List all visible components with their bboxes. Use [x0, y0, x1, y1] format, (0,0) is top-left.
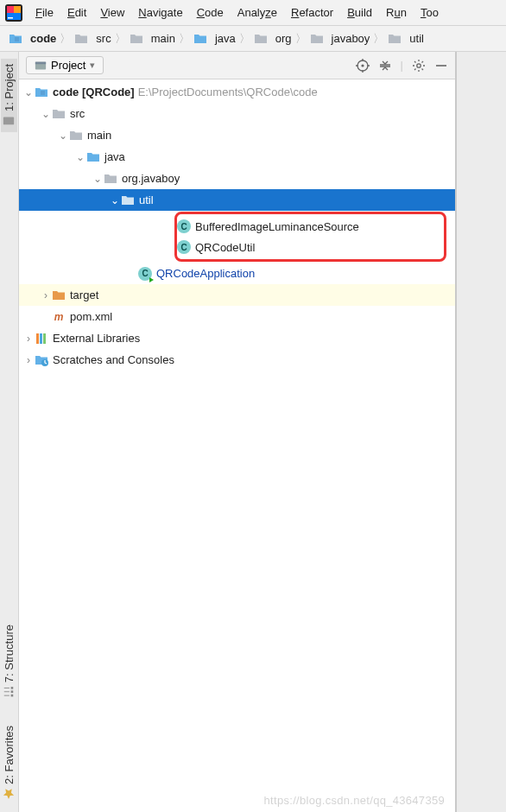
svg-rect-6: [3, 117, 14, 125]
svg-point-16: [361, 64, 364, 67]
chevron-right-icon: 〉: [295, 31, 307, 47]
highlight-annotation: C BufferedImageLuminanceSource C QRCodeU…: [174, 212, 446, 262]
body-area: 1: Project 7: Structure 2: Favorites Pro…: [0, 52, 506, 812]
panel-actions: |: [356, 59, 448, 73]
star-icon: [3, 788, 16, 800]
menu-code[interactable]: Code: [191, 3, 230, 22]
excluded-folder-icon: [52, 289, 66, 302]
chevron-down-icon[interactable]: ⌄: [57, 130, 69, 142]
svg-rect-21: [40, 333, 42, 344]
svg-rect-1: [7, 6, 14, 13]
svg-rect-22: [43, 333, 46, 344]
chevron-down-icon[interactable]: ⌄: [22, 86, 35, 98]
module-icon: [35, 86, 48, 99]
tree-node-target[interactable]: › target: [19, 284, 455, 306]
class-icon: C: [177, 240, 191, 254]
tree-node-src[interactable]: ⌄ src: [19, 103, 455, 124]
menu-edit[interactable]: Edit: [61, 3, 92, 22]
breadcrumb-segment[interactable]: code: [9, 32, 56, 46]
menu-run[interactable]: Run: [380, 3, 413, 22]
svg-rect-11: [4, 691, 9, 692]
tree-node-external-libs[interactable]: › External Libraries: [19, 327, 455, 349]
minimize-icon[interactable]: [434, 59, 448, 73]
folder-icon: [52, 107, 66, 121]
project-view-icon: [35, 60, 47, 72]
chevron-right-icon: 〉: [60, 31, 71, 47]
svg-rect-10: [4, 695, 9, 696]
tree-node-java[interactable]: ⌄ java: [19, 146, 455, 168]
svg-rect-12: [4, 688, 9, 688]
project-panel: Project ▾ | ⌄ code [QRCode] E:\ProjectDo…: [19, 52, 456, 812]
svg-rect-2: [14, 6, 21, 13]
chevron-right-icon: 〉: [373, 31, 384, 47]
svg-rect-5: [15, 37, 19, 41]
menu-navigate[interactable]: Navigate: [132, 3, 188, 22]
project-icon: [3, 115, 16, 127]
breadcrumb-segment[interactable]: java: [193, 32, 236, 46]
svg-rect-4: [8, 17, 13, 19]
source-root-icon: [86, 150, 100, 164]
package-icon: [121, 193, 135, 207]
package-icon: [388, 32, 402, 46]
watermark: https://blog.csdn.net/qq_43647359: [264, 794, 445, 807]
libraries-icon: [35, 332, 48, 346]
class-runnable-icon: C: [138, 267, 152, 281]
svg-rect-8: [11, 690, 14, 693]
chevron-down-icon[interactable]: ⌄: [92, 173, 104, 185]
menu-refactor[interactable]: Refactor: [285, 3, 339, 22]
svg-rect-3: [7, 13, 21, 20]
tool-tab-structure[interactable]: 7: Structure: [1, 619, 17, 703]
package-icon: [254, 32, 268, 46]
menu-file[interactable]: File: [29, 3, 60, 22]
svg-point-17: [417, 63, 421, 67]
chevron-down-icon[interactable]: ⌄: [109, 194, 121, 206]
root-path: E:\ProjectDocuments\QRCode\code: [138, 86, 318, 98]
tree-node-pom[interactable]: m pom.xml: [19, 306, 455, 327]
chevron-right-icon[interactable]: ›: [22, 333, 35, 345]
collapse-all-icon[interactable]: [378, 59, 392, 73]
target-icon[interactable]: [356, 59, 370, 73]
svg-rect-18: [436, 65, 446, 67]
tree-node-root[interactable]: ⌄ code [QRCode] E:\ProjectDocuments\QRCo…: [19, 81, 455, 103]
svg-rect-9: [11, 687, 14, 689]
folder-icon: [74, 32, 88, 46]
menu-build[interactable]: Build: [341, 3, 378, 22]
breadcrumb-segment[interactable]: javaboy: [310, 32, 370, 46]
source-root-icon: [193, 32, 207, 46]
project-tree[interactable]: ⌄ code [QRCode] E:\ProjectDocuments\QRCo…: [19, 79, 455, 812]
panel-title: Project: [51, 59, 85, 72]
chevron-right-icon[interactable]: ›: [40, 289, 52, 301]
svg-rect-19: [41, 91, 45, 95]
svg-rect-7: [11, 695, 14, 697]
tree-node-class[interactable]: C BufferedImageLuminanceSource: [177, 216, 444, 237]
tool-tab-project[interactable]: 1: Project: [1, 59, 17, 132]
menubar: File Edit View Navigate Code Analyze Ref…: [0, 0, 506, 26]
tool-tab-favorites[interactable]: 2: Favorites: [1, 720, 17, 805]
menu-analyze[interactable]: Analyze: [231, 3, 283, 22]
scratches-icon: [35, 353, 48, 367]
panel-view-selector[interactable]: Project ▾: [26, 56, 104, 74]
breadcrumb-segment[interactable]: org: [254, 32, 292, 46]
left-tool-gutter: 1: Project 7: Structure 2: Favorites: [0, 52, 19, 812]
breadcrumb-segment[interactable]: util: [388, 32, 424, 46]
tree-node-package[interactable]: ⌄ org.javaboy: [19, 168, 455, 189]
tree-node-scratches[interactable]: › Scratches and Consoles: [19, 349, 455, 371]
chevron-right-icon: 〉: [115, 31, 126, 47]
menu-view[interactable]: View: [94, 3, 130, 22]
gear-icon[interactable]: [412, 59, 426, 73]
chevron-down-icon[interactable]: ⌄: [74, 151, 86, 163]
tree-node-class[interactable]: C QRCodeUtil: [177, 237, 444, 257]
breadcrumb-segment[interactable]: src: [74, 32, 111, 46]
tree-node-util[interactable]: ⌄ util: [19, 189, 455, 211]
chevron-right-icon[interactable]: ›: [22, 354, 35, 366]
chevron-down-icon[interactable]: ⌄: [40, 108, 52, 120]
chevron-down-icon: ▾: [90, 60, 95, 71]
tree-node-main[interactable]: ⌄ main: [19, 124, 455, 146]
tree-node-app-class[interactable]: C QRCodeApplication: [19, 263, 455, 284]
breadcrumb-segment[interactable]: main: [130, 32, 175, 46]
package-icon: [104, 172, 117, 186]
structure-icon: [3, 686, 16, 698]
class-icon: C: [177, 219, 191, 233]
intellij-logo-icon: [5, 4, 22, 22]
menu-tools-truncated[interactable]: Too: [414, 3, 445, 22]
